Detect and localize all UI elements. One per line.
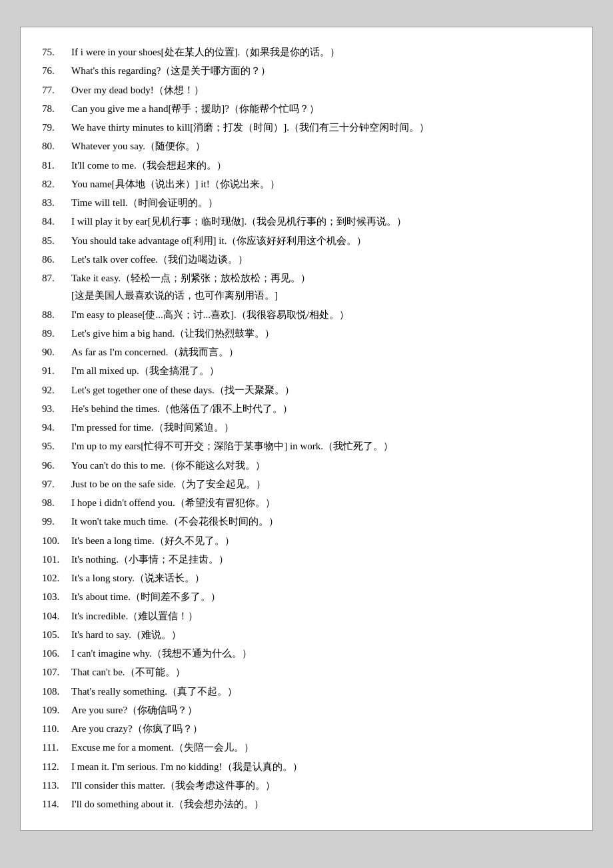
phrase-number: 100. [42,532,71,549]
page-container: 75.If i were in your shoes[处在某人的位置].（如果我… [20,27,593,831]
phrase-number: 84. [42,213,71,230]
phrase-text: You can't do this to me.（你不能这么对我。） [71,457,571,474]
list-item: 108.That's really something.（真了不起。） [42,683,571,700]
list-item: 96.You can't do this to me.（你不能这么对我。） [42,457,571,474]
list-item: 100.It's been a long time.（好久不见了。） [42,532,571,549]
phrase-text: Just to be on the safe side.（为了安全起见。） [71,475,571,493]
phrase-number: 85. [42,232,71,249]
list-item: 87.Take it easy.（轻松一点；别紧张；放松放松；再见。） [42,269,571,287]
phrase-text: It's incredible.（难以置信！） [71,607,571,625]
list-item: 81.It'll come to me.（我会想起来的。） [42,157,571,174]
phrase-indent-87: [这是美国人最喜欢说的话，也可作离别用语。] [42,287,571,304]
phrase-text: I mean it. I'm serious. I'm no kidding!（… [71,758,571,775]
phrase-text: Are you crazy?（你疯了吗？） [71,720,571,737]
list-item: 91.I'm all mixed up.（我全搞混了。） [42,362,571,379]
list-item: 114.I'll do something about it.（我会想办法的。） [42,795,571,813]
phrase-text: It won't take much time.（不会花很长时间的。） [71,513,571,530]
phrase-number: 88. [42,306,71,323]
list-item: 85.You should take advantage of[利用] it.（… [42,232,571,249]
phrase-number: 96. [42,457,71,474]
phrase-number: 93. [42,400,71,417]
phrase-number: 81. [42,157,71,174]
phrase-number: 77. [42,81,71,99]
phrase-number: 101. [42,551,71,568]
list-item: 90.As far as I'm concerned.（就我而言。） [42,343,571,361]
list-item: 99.It won't take much time.（不会花很长时间的。） [42,513,571,530]
phrase-number: 97. [42,475,71,493]
phrase-text: We have thirty minutes to kill[消磨；打发（时间）… [71,119,571,136]
list-item: 88.I'm easy to please[使...高兴；讨...喜欢].（我很… [42,306,571,323]
phrase-text: It's about time.（时间差不多了。） [71,588,571,605]
phrase-number: 99. [42,513,71,530]
phrase-text: It's hard to say.（难说。） [71,626,571,643]
phrase-text: I'm easy to please[使...高兴；讨...喜欢].（我很容易取… [71,306,571,323]
list-item: 95.I'm up to my ears[忙得不可开交；深陷于某事物中] in … [42,437,571,455]
phrase-list: 75.If i were in your shoes[处在某人的位置].（如果我… [42,43,571,813]
list-item: 89.Let's give him a big hand.（让我们热烈鼓掌。） [42,325,571,342]
phrase-text: Excuse me for a moment.（失陪一会儿。） [71,739,571,756]
phrase-number: 103. [42,588,71,605]
phrase-text: That's really something.（真了不起。） [71,683,571,700]
phrase-number: 112. [42,758,71,775]
list-item: 113.I'll consider this matter.（我会考虑这件事的。… [42,777,571,794]
phrase-text: Are you sure?（你确信吗？） [71,701,571,719]
phrase-text: Let's get together one of these days.（找一… [71,381,571,399]
phrase-number: 102. [42,569,71,587]
list-item: 86.Let's talk over coffee.（我们边喝边谈。） [42,251,571,268]
phrase-number: 106. [42,645,71,662]
phrase-number: 91. [42,362,71,379]
phrase-number: 78. [42,100,71,117]
phrase-number: 75. [42,43,71,61]
phrase-number: 94. [42,419,71,436]
phrase-text: I'm up to my ears[忙得不可开交；深陷于某事物中] in wor… [71,437,571,455]
phrase-number: 92. [42,381,71,399]
list-item: 104.It's incredible.（难以置信！） [42,607,571,625]
list-item: 110.Are you crazy?（你疯了吗？） [42,720,571,737]
list-item: 92.Let's get together one of these days.… [42,381,571,399]
list-item: 111.Excuse me for a moment.（失陪一会儿。） [42,739,571,756]
phrase-text: You name[具体地（说出来）] it!（你说出来。） [71,175,571,193]
list-item: 97.Just to be on the safe side.（为了安全起见。） [42,475,571,493]
phrase-text: If i were in your shoes[处在某人的位置].（如果我是你的… [71,43,571,61]
list-item: 112.I mean it. I'm serious. I'm no kiddi… [42,758,571,775]
phrase-text: I'll consider this matter.（我会考虑这件事的。） [71,777,571,794]
phrase-text: It's been a long time.（好久不见了。） [71,532,571,549]
list-item: 75.If i were in your shoes[处在某人的位置].（如果我… [42,43,571,61]
phrase-number: 110. [42,720,71,737]
list-item: 103.It's about time.（时间差不多了。） [42,588,571,605]
phrase-number: 80. [42,137,71,155]
list-item: 76.What's this regarding?（这是关于哪方面的？） [42,62,571,79]
phrase-text: What's this regarding?（这是关于哪方面的？） [71,62,571,79]
phrase-number: 98. [42,494,71,511]
phrase-text: I'm pressed for time.（我时间紧迫。） [71,419,571,436]
list-item: 107.That can't be.（不可能。） [42,663,571,681]
phrase-text: You should take advantage of[利用] it.（你应该… [71,232,571,249]
list-item: 84.I will play it by ear[见机行事；临时现做].（我会见… [42,213,571,230]
phrase-text: As far as I'm concerned.（就我而言。） [71,343,571,361]
list-item: 80.Whatever you say.（随便你。） [42,137,571,155]
list-item: 102.It's a long story.（说来话长。） [42,569,571,587]
phrase-text: That can't be.（不可能。） [71,663,571,681]
phrase-text: It'll come to me.（我会想起来的。） [71,157,571,174]
phrase-text: Whatever you say.（随便你。） [71,137,571,155]
phrase-number: 89. [42,325,71,342]
phrase-number: 86. [42,251,71,268]
list-item: 83.Time will tell.（时间会证明的。） [42,194,571,211]
phrase-text: Let's give him a big hand.（让我们热烈鼓掌。） [71,325,571,342]
list-item: 93.He's behind the times.（他落伍了/跟不上时代了。） [42,400,571,417]
phrase-number: 107. [42,663,71,681]
phrase-number: 95. [42,437,71,455]
phrase-text: He's behind the times.（他落伍了/跟不上时代了。） [71,400,571,417]
phrase-number: 105. [42,626,71,643]
phrase-text: Time will tell.（时间会证明的。） [71,194,571,211]
phrase-text: I'm all mixed up.（我全搞混了。） [71,362,571,379]
list-item: 77.Over my dead body!（休想！） [42,81,571,99]
list-item: 78.Can you give me a hand[帮手；援助]?（你能帮个忙吗… [42,100,571,117]
phrase-text: I will play it by ear[见机行事；临时现做].（我会见机行事… [71,213,571,230]
phrase-number: 82. [42,175,71,193]
phrase-number: 83. [42,194,71,211]
phrase-number: 79. [42,119,71,136]
list-item: 105.It's hard to say.（难说。） [42,626,571,643]
list-item: 79.We have thirty minutes to kill[消磨；打发（… [42,119,571,136]
list-item: 109.Are you sure?（你确信吗？） [42,701,571,719]
